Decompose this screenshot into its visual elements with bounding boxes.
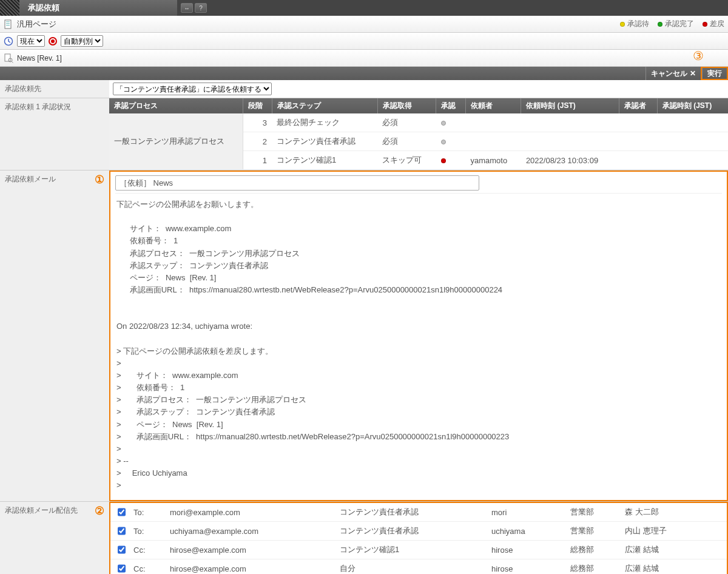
th-approved-at: 承認時刻 (JST) <box>657 98 728 113</box>
cell-dept: 総務部 <box>565 541 620 559</box>
status-legend: 承認待 承認完了 差戻 <box>620 19 724 29</box>
cell-user: hirose <box>487 559 565 574</box>
value-status: 承認プロセス 段階 承認ステップ 承認取得 承認 依頼者 依頼時刻 (JST) … <box>109 98 728 170</box>
legend-done: 承認完了 <box>658 19 694 29</box>
cell-kind: To: <box>129 503 165 522</box>
recipients-frame: To:mori@example.comコンテンツ責任者承認mori営業部森 大二… <box>109 502 728 574</box>
table-row: 一般コンテンツ用承認プロセス3最終公開チェック必須 <box>109 113 728 132</box>
svg-rect-2 <box>6 23 10 24</box>
cell-required: スキップ可 <box>377 151 436 170</box>
th-process: 承認プロセス <box>109 98 243 113</box>
help-button[interactable]: ? <box>195 3 207 13</box>
top-bar-fill <box>211 0 728 16</box>
legend-pending: 承認待 <box>620 19 649 29</box>
cell-requester: yamamoto <box>465 151 521 170</box>
page-kind-label: 汎用ページ <box>17 19 56 30</box>
cell-check <box>110 559 129 574</box>
th-requested-at: 依頼時刻 (JST) <box>521 98 619 113</box>
cell-check <box>110 541 129 559</box>
cell-requested-at <box>521 113 619 132</box>
label-mail: 承認依頼メール ① <box>0 171 109 501</box>
label-recipients-text: 承認依頼メール配信先 <box>5 505 78 516</box>
cell-step: コンテンツ確認1 <box>335 541 487 559</box>
cell-requester <box>465 113 521 132</box>
label-recipients: 承認依頼メール配信先 ② <box>0 502 109 574</box>
cell-dept: 総務部 <box>565 559 620 574</box>
cell-user: mori <box>487 503 565 522</box>
cell-kind: Cc: <box>129 559 165 574</box>
exec-highlight: 実行 <box>701 67 728 80</box>
cell-stage: 2 <box>243 132 272 151</box>
legend-rejected: 差戻 <box>703 19 724 29</box>
th-stage: 段階 <box>243 98 272 113</box>
label-status: 承認依頼 1 承認状況 <box>0 98 109 170</box>
value-destination: 「コンテンツ責任者承認」に承認を依頼する <box>109 80 728 98</box>
cell-step: コンテンツ責任者承認 <box>272 132 377 151</box>
toolbar-time: 現在 自動判別 <box>0 33 728 50</box>
svg-rect-5 <box>5 54 10 61</box>
recipient-checkbox[interactable] <box>118 508 126 516</box>
cell-fullname: 内山 恵理子 <box>620 522 727 541</box>
callout-2: ② <box>95 504 104 518</box>
row-mail: 承認依頼メール ① 下記ページの公開承認をお願いします。 サイト： www.ex… <box>0 171 728 502</box>
row-destination: 承認依頼先 「コンテンツ責任者承認」に承認を依頼する <box>0 80 728 98</box>
page-icon <box>4 19 13 29</box>
status-dot-icon <box>441 140 446 144</box>
row-recipients: 承認依頼メール配信先 ② To:mori@example.comコンテンツ責任者… <box>0 502 728 574</box>
mail-subject-input[interactable] <box>115 175 479 191</box>
execute-label: 実行 <box>707 69 722 79</box>
cell-kind: Cc: <box>129 541 165 559</box>
cell-stage: 1 <box>243 151 272 170</box>
recipient-checkbox[interactable] <box>118 545 126 554</box>
clock-icon <box>4 36 13 46</box>
status-dot-icon <box>441 121 446 126</box>
cell-required: 必須 <box>377 113 436 132</box>
cell-requested-at <box>521 132 619 151</box>
execute-button[interactable]: 実行 <box>702 68 727 79</box>
recipient-checkbox[interactable] <box>118 527 126 535</box>
time-select[interactable]: 現在 <box>17 35 45 47</box>
cell-step: コンテンツ責任者承認 <box>335 503 487 522</box>
cell-user: uchiyama <box>487 522 565 541</box>
recipient-checkbox[interactable] <box>118 564 126 573</box>
cell-approved-at <box>657 151 728 170</box>
cell-approval-dot <box>436 113 466 132</box>
label-mail-text: 承認依頼メール <box>5 174 56 184</box>
callout-3: ③ <box>693 49 704 63</box>
th-requester: 依頼者 <box>465 98 521 113</box>
cell-check <box>110 522 129 541</box>
recipients-table: To:mori@example.comコンテンツ責任者承認mori営業部森 大二… <box>110 503 727 574</box>
destination-select[interactable]: 「コンテンツ責任者承認」に承認を依頼する <box>113 83 272 95</box>
label-destination: 承認依頼先 <box>0 80 109 98</box>
cell-stage: 3 <box>243 113 272 132</box>
cell-step: 最終公開チェック <box>272 113 377 132</box>
cell-requester <box>465 132 521 151</box>
th-approval: 承認 <box>436 98 466 113</box>
cell-user: hirose <box>487 541 565 559</box>
cell-dept: 営業部 <box>565 522 620 541</box>
cell-process-name: 一般コンテンツ用承認プロセス <box>109 113 243 170</box>
detect-select[interactable]: 自動判別 <box>61 35 103 47</box>
cell-fullname: 広瀬 結城 <box>620 541 727 559</box>
dot-green-icon <box>658 22 662 27</box>
th-required: 承認取得 <box>377 98 436 113</box>
title-tools: ↔ ? <box>177 0 211 16</box>
action-bar: キャンセル ✕ 実行 <box>0 67 728 80</box>
toggle-pane-button[interactable]: ↔ <box>181 3 193 13</box>
cell-step: コンテンツ確認1 <box>272 151 377 170</box>
top-bar: 承認依頼 ↔ ? <box>0 0 728 16</box>
cell-approver <box>619 151 657 170</box>
cell-step: 自分 <box>335 559 487 574</box>
cancel-button[interactable]: キャンセル ✕ <box>645 67 701 80</box>
close-icon: ✕ <box>690 70 696 77</box>
cell-fullname: 広瀬 結城 <box>620 559 727 574</box>
mail-body-textarea[interactable]: 下記ページの公開承認をお願いします。 サイト： www.example.com … <box>115 193 722 496</box>
cell-email: uchiyama@example.com <box>165 522 335 541</box>
callout-1: ① <box>95 173 104 186</box>
window-title: 承認依頼 <box>19 0 177 16</box>
app-logo <box>0 0 19 16</box>
cell-check <box>110 503 129 522</box>
toolbar-page-kind: 汎用ページ 承認待 承認完了 差戻 <box>0 16 728 33</box>
status-dot-icon <box>441 158 446 163</box>
cell-fullname: 森 大二郎 <box>620 503 727 522</box>
